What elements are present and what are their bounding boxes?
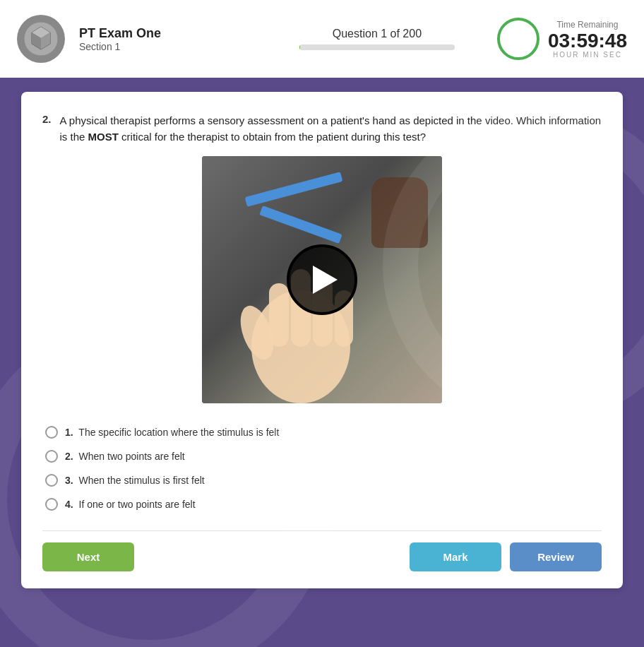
exam-logo: [17, 15, 65, 63]
progress-bar: [299, 44, 455, 50]
dark-hand: [371, 177, 428, 248]
question-number: 2.: [42, 113, 52, 145]
timer-dot: [515, 36, 521, 42]
question-bold: MOST: [88, 131, 119, 143]
answer-choices: 1. The specific location where the stimu…: [42, 420, 602, 516]
answer-label-2: 2. When two points are felt: [65, 451, 185, 462]
timer-text: Time Remaining 03:59:48 HOUR MIN SEC: [548, 20, 627, 59]
exam-title: PT Exam One: [79, 26, 161, 41]
footer-buttons: Next Mark Review: [42, 542, 602, 571]
question-counter: Question 1 of 200: [299, 28, 455, 40]
answer-item-2[interactable]: 2. When two points are felt: [42, 444, 602, 468]
question-header: 2. A physical therapist performs a senso…: [42, 113, 602, 145]
question-progress-section: Question 1 of 200: [299, 28, 455, 50]
video-player[interactable]: [202, 156, 442, 403]
caliper-arm-2: [259, 206, 342, 244]
play-icon: [313, 266, 338, 294]
question-card: 2. A physical therapist performs a senso…: [21, 92, 623, 588]
right-buttons: Mark Review: [410, 542, 602, 571]
answer-radio-3[interactable]: [45, 474, 58, 487]
answer-item-4[interactable]: 4. If one or two points are felt: [42, 492, 602, 516]
progress-bar-fill: [299, 44, 300, 50]
answer-radio-1[interactable]: [45, 426, 58, 439]
exam-section: Section 1: [79, 41, 161, 52]
answer-radio-2[interactable]: [45, 450, 58, 463]
answer-item-1[interactable]: 1. The specific location where the stimu…: [42, 420, 602, 444]
main-content: 2. A physical therapist performs a senso…: [0, 78, 644, 603]
answer-label-1: 1. The specific location where the stimu…: [65, 427, 279, 438]
mark-button[interactable]: Mark: [410, 542, 501, 571]
answer-label-4: 4. If one or two points are felt: [65, 499, 196, 510]
play-button[interactable]: [287, 244, 357, 315]
question-text-after: critical for the therapist to obtain fro…: [119, 131, 426, 143]
answer-label-3: 3. When the stimulus is first felt: [65, 475, 205, 486]
time-units: HOUR MIN SEC: [548, 51, 627, 59]
time-remaining-label: Time Remaining: [548, 20, 627, 30]
question-text: A physical therapist performs a sensory …: [60, 113, 602, 145]
section-divider: [42, 530, 602, 531]
review-button[interactable]: Review: [510, 542, 602, 571]
timer-section: Time Remaining 03:59:48 HOUR MIN SEC: [497, 18, 627, 60]
answer-radio-4[interactable]: [45, 498, 58, 511]
exam-title-section: PT Exam One Section 1: [79, 26, 161, 52]
next-button[interactable]: Next: [42, 542, 134, 571]
caliper-arm-1: [245, 172, 343, 207]
header: PT Exam One Section 1 Question 1 of 200 …: [0, 0, 644, 78]
video-container: [42, 156, 602, 403]
answer-item-3[interactable]: 3. When the stimulus is first felt: [42, 468, 602, 492]
timer-circle: [497, 18, 539, 60]
time-value: 03:59:48: [548, 31, 627, 51]
